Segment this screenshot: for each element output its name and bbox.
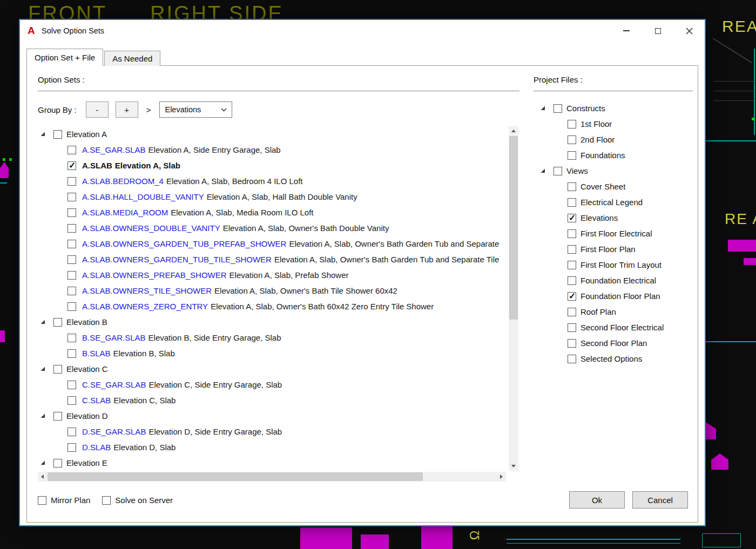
option-name[interactable]: A.SLAB [82, 161, 112, 170]
expand-all-button[interactable]: + [116, 101, 138, 118]
ok-button[interactable]: Ok [569, 491, 625, 509]
option-name[interactable]: B.SE_GAR.SLAB [82, 333, 146, 342]
option-name[interactable]: A.SLAB.OWNERS_GARDEN_TUB_PREFAB_SHOWER [82, 239, 286, 248]
option-item-row[interactable]: D.SLABElevation D, Slab [38, 439, 509, 455]
option-name[interactable]: B.SLAB [82, 349, 111, 358]
group-by-dropdown[interactable]: Elevations [159, 101, 232, 118]
option-name[interactable]: A.SLAB.BEDROOM_4 [82, 177, 164, 186]
project-file-checkbox[interactable] [568, 323, 576, 332]
tab-as-needed[interactable]: As Needed [104, 51, 160, 66]
scroll-down-icon[interactable] [509, 462, 518, 471]
project-file-row[interactable]: Foundation Electrical [538, 273, 700, 288]
scroll-right-icon[interactable] [497, 472, 506, 482]
tree-expander-icon[interactable] [40, 366, 46, 372]
option-item-row[interactable]: A.SE_GAR.SLABElevation A, Side Entry Gar… [38, 142, 509, 158]
option-item-row[interactable]: D.SE_GAR.SLABElevation D, Side Entry Gar… [38, 424, 509, 439]
option-checkbox[interactable] [68, 224, 76, 233]
option-checkbox[interactable] [68, 334, 76, 342]
option-item-row[interactable]: A.SLAB.OWNERS_ZERO_ENTRYElevation A, Sla… [38, 299, 509, 314]
option-checkbox[interactable] [68, 240, 76, 248]
titlebar[interactable]: A Solve Option Sets [20, 20, 705, 42]
group-checkbox[interactable] [53, 459, 62, 467]
group-checkbox[interactable] [53, 130, 62, 139]
vertical-scrollbar[interactable] [509, 126, 518, 471]
project-file-row[interactable]: 1st Floor [538, 116, 700, 132]
project-file-checkbox[interactable] [568, 292, 576, 301]
option-checkbox[interactable] [68, 349, 76, 358]
tab-option-set-file[interactable]: Option Set + File [26, 49, 103, 66]
project-file-checkbox[interactable] [568, 339, 576, 348]
project-file-row[interactable]: First Floor Electrical [538, 226, 700, 241]
option-group-row[interactable]: Elevation B [38, 314, 509, 330]
option-checkbox[interactable] [68, 396, 76, 405]
project-file-row[interactable]: First Floor Plan [538, 241, 700, 257]
option-item-row[interactable]: B.SLABElevation B, Slab [38, 345, 509, 361]
project-file-row[interactable]: Second Floor Electrical [538, 320, 700, 335]
option-name[interactable]: D.SE_GAR.SLAB [82, 427, 146, 436]
project-file-row[interactable]: Foundation Floor Plan [538, 288, 700, 304]
vertical-scrollbar-thumb[interactable] [509, 136, 518, 320]
group-checkbox[interactable] [53, 365, 62, 374]
option-item-row[interactable]: C.SE_GAR.SLABElevation C, Side Entry Gar… [38, 377, 509, 392]
option-checkbox[interactable] [68, 271, 76, 280]
option-item-row[interactable]: B.SE_GAR.SLABElevation B, Side Entry Gar… [38, 330, 509, 345]
option-checkbox[interactable] [68, 302, 76, 311]
option-name[interactable]: A.SLAB.HALL_DOUBLE_VANITY [82, 192, 204, 201]
footer-checkbox[interactable] [102, 496, 111, 505]
option-name[interactable]: C.SLAB [82, 396, 111, 405]
project-file-checkbox[interactable] [568, 214, 576, 222]
project-group-row[interactable]: Constructs [538, 100, 700, 116]
project-file-row[interactable]: Electrical Legend [538, 194, 700, 210]
project-file-checkbox[interactable] [568, 135, 576, 144]
project-file-row[interactable]: Elevations [538, 210, 700, 226]
option-group-row[interactable]: Elevation C [38, 361, 509, 377]
option-checkbox[interactable] [68, 146, 76, 154]
footer-checkbox-item[interactable]: Solve on Server [102, 496, 173, 505]
option-checkbox[interactable] [68, 428, 76, 436]
option-name[interactable]: A.SLAB.OWNERS_GARDEN_TUB_TILE_SHOWER [82, 255, 272, 264]
option-name[interactable]: C.SE_GAR.SLAB [82, 380, 146, 389]
option-item-row[interactable]: A.SLAB.OWNERS_PREFAB_SHOWERElevation A, … [38, 267, 509, 283]
close-button[interactable] [673, 20, 705, 42]
project-file-checkbox[interactable] [568, 120, 576, 128]
project-file-checkbox[interactable] [568, 151, 576, 160]
project-group-checkbox[interactable] [554, 104, 562, 113]
horizontal-scrollbar-thumb[interactable] [48, 472, 423, 481]
maximize-button[interactable] [642, 20, 673, 42]
group-checkbox[interactable] [53, 412, 62, 421]
tree-expander-icon[interactable] [40, 460, 46, 466]
tree-expander-icon[interactable] [540, 105, 546, 111]
option-name[interactable]: A.SLAB.OWNERS_PREFAB_SHOWER [82, 270, 227, 280]
scroll-up-icon[interactable] [509, 126, 518, 135]
project-file-checkbox[interactable] [568, 355, 576, 363]
option-item-row[interactable]: A.SLAB.OWNERS_TILE_SHOWERElevation A, Sl… [38, 283, 509, 299]
project-group-checkbox[interactable] [554, 167, 562, 175]
project-file-row[interactable]: Foundations [538, 147, 700, 163]
project-file-checkbox[interactable] [568, 245, 576, 254]
project-file-checkbox[interactable] [568, 182, 576, 191]
tree-expander-icon[interactable] [40, 413, 46, 419]
project-file-row[interactable]: Selected Options [538, 351, 700, 367]
tree-expander-icon[interactable] [40, 131, 46, 137]
option-item-row[interactable]: A.SLAB.OWNERS_GARDEN_TUB_TILE_SHOWERElev… [38, 252, 509, 267]
option-checkbox[interactable] [68, 255, 76, 264]
collapse-all-button[interactable]: - [86, 101, 109, 118]
minimize-button[interactable] [611, 20, 642, 42]
option-checkbox[interactable] [68, 381, 76, 389]
option-item-row[interactable]: A.SLAB.OWNERS_DOUBLE_VANITYElevation A, … [38, 220, 509, 236]
project-file-row[interactable]: Roof Plan [538, 304, 700, 320]
project-file-checkbox[interactable] [568, 198, 576, 207]
project-file-checkbox[interactable] [568, 276, 576, 285]
option-name[interactable]: A.SLAB.MEDIA_ROOM [82, 208, 168, 217]
option-item-row[interactable]: A.SLAB.MEDIA_ROOMElevation A, Slab, Medi… [38, 205, 509, 220]
option-name[interactable]: A.SLAB.OWNERS_ZERO_ENTRY [82, 302, 208, 311]
project-file-checkbox[interactable] [568, 261, 576, 269]
option-name[interactable]: A.SE_GAR.SLAB [82, 145, 146, 154]
footer-checkbox[interactable] [38, 496, 46, 505]
footer-checkbox-item[interactable]: Mirror Plan [38, 496, 90, 505]
cancel-button[interactable]: Cancel [632, 491, 688, 509]
option-item-row[interactable]: A.SLAB.OWNERS_GARDEN_TUB_PREFAB_SHOWEREl… [38, 236, 509, 252]
option-name[interactable]: A.SLAB.OWNERS_TILE_SHOWER [82, 286, 212, 295]
option-group-row[interactable]: Elevation D [38, 408, 509, 424]
tree-expander-icon[interactable] [540, 168, 546, 174]
